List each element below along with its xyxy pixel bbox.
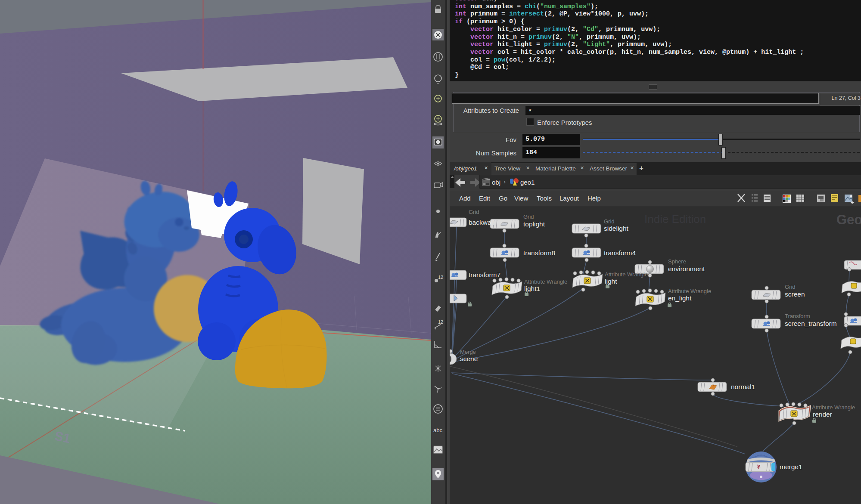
svg-text:Grid: Grid — [469, 209, 479, 215]
svg-text:Indie Edition: Indie Edition — [644, 213, 706, 226]
svg-text:Grid: Grid — [785, 284, 796, 290]
svg-text:screen_transform: screen_transform — [785, 320, 837, 327]
svg-text:transform7: transform7 — [469, 271, 500, 278]
svg-text:sidelight: sidelight — [604, 225, 629, 232]
svg-text:Attribute Wrangle: Attribute Wrangle — [812, 404, 855, 411]
svg-text:Attribute Wrangle: Attribute Wrangle — [668, 288, 711, 294]
svg-text:render: render — [813, 411, 832, 418]
svg-text:toplight: toplight — [523, 220, 545, 228]
svg-text:normal1: normal1 — [731, 383, 755, 390]
svg-text:Sphere: Sphere — [668, 258, 686, 265]
svg-text:scene: scene — [460, 355, 478, 362]
svg-text:Transform: Transform — [785, 313, 810, 319]
svg-text:Grid: Grid — [523, 213, 534, 220]
svg-text:Geom: Geom — [836, 212, 861, 227]
svg-text:backwall: backwall — [469, 219, 494, 226]
svg-text:screen: screen — [785, 291, 805, 298]
svg-text:light1: light1 — [524, 285, 540, 292]
svg-text:12: 12 — [438, 319, 443, 325]
svg-text:Attribute Wrangle: Attribute Wrangle — [605, 271, 648, 278]
svg-text:abc: abc — [433, 427, 442, 433]
svg-text:Grid: Grid — [604, 218, 615, 225]
svg-text:environment: environment — [668, 265, 705, 272]
svg-text:merge1: merge1 — [780, 463, 802, 470]
svg-text:12: 12 — [438, 275, 443, 280]
svg-text:Attribute Wrangle: Attribute Wrangle — [524, 278, 567, 285]
svg-text:Merge: Merge — [460, 349, 476, 355]
svg-text:en_light: en_light — [668, 294, 692, 302]
svg-text:transform8: transform8 — [523, 249, 555, 257]
svg-text:transform4: transform4 — [604, 249, 636, 257]
svg-text:light: light — [605, 278, 617, 285]
